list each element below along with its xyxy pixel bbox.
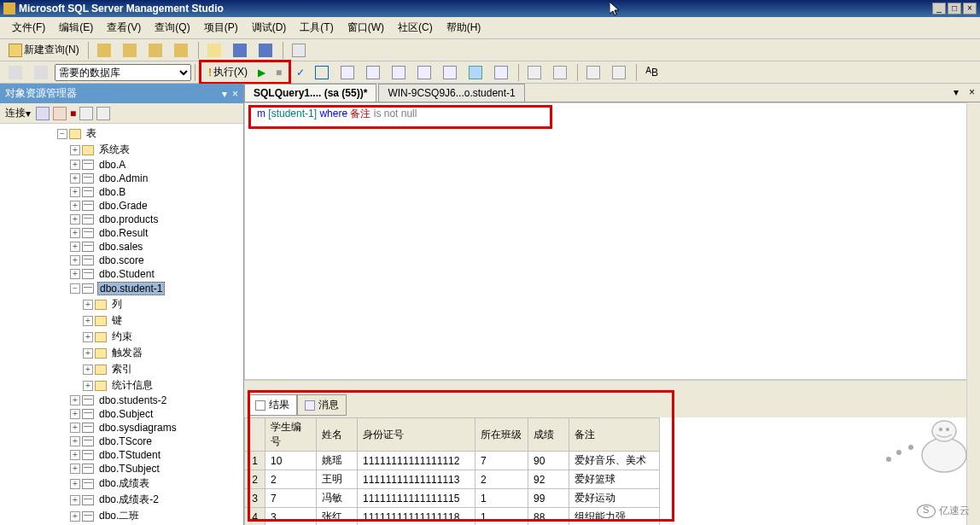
expand-icon[interactable]: + (70, 187, 80, 197)
tree-table[interactable]: +dbo.sales (2, 240, 242, 254)
menu-file[interactable]: 文件(F) (5, 19, 52, 37)
tbtn-q4[interactable] (388, 63, 411, 82)
expand-icon[interactable]: + (70, 479, 80, 489)
minimize-button[interactable]: _ (932, 3, 946, 15)
tab-inactive[interactable]: WIN-9CSQ9J6...o.student-1 (378, 84, 524, 102)
menu-help[interactable]: 帮助(H) (440, 19, 488, 37)
expand-icon[interactable]: + (70, 436, 80, 446)
cell[interactable]: 爱好运动 (569, 489, 660, 508)
object-tree[interactable]: −表 +系统表 +dbo.A +dbo.Admin +dbo.B +dbo.Gr… (0, 124, 243, 525)
expand-icon[interactable]: + (70, 160, 80, 170)
cell[interactable]: 1 (475, 508, 528, 526)
execute-button[interactable]: ! 执行(X) (204, 62, 252, 82)
disconnect-icon[interactable] (53, 107, 67, 120)
close-button[interactable]: × (963, 3, 977, 15)
cell[interactable]: 姚瑶 (317, 452, 358, 470)
cell[interactable]: 99 (528, 489, 569, 508)
expand-icon[interactable]: + (70, 145, 80, 155)
expand-icon[interactable]: + (70, 228, 80, 238)
expand-icon[interactable]: + (70, 450, 80, 460)
cell[interactable]: 1 (475, 489, 528, 508)
tree-tables-folder[interactable]: −表 (2, 125, 242, 142)
expand-icon[interactable]: + (70, 255, 80, 265)
messages-tab[interactable]: 消息 (297, 394, 347, 416)
tree-system-tables[interactable]: +系统表 (2, 142, 242, 158)
expand-icon[interactable]: + (70, 511, 80, 522)
restore-button[interactable]: □ (948, 3, 961, 15)
cell[interactable]: 11111111111111112 (358, 452, 475, 470)
cell[interactable]: 7 (475, 452, 528, 470)
cell[interactable]: 2 (265, 470, 317, 489)
tree-constraints-folder[interactable]: +约束 (2, 329, 242, 345)
expand-icon[interactable]: + (70, 201, 80, 211)
tree-table[interactable]: +dbo.Grade (2, 199, 242, 213)
col-header[interactable]: 所在班级 (475, 418, 528, 452)
cell[interactable]: 88 (528, 508, 569, 526)
expand-icon[interactable]: + (83, 300, 93, 310)
tbtn-q5[interactable] (413, 63, 437, 82)
expand-icon[interactable]: + (70, 395, 80, 405)
row-number[interactable]: 4 (245, 508, 265, 526)
tree-table[interactable]: +dbo.Admin (2, 172, 242, 185)
tree-table[interactable]: +dbo.products (2, 213, 242, 226)
cell[interactable]: 张红 (317, 508, 358, 526)
connect-icon[interactable] (36, 107, 50, 120)
corner-cell[interactable] (245, 418, 265, 452)
new-query-button[interactable]: 新建查询(N) (4, 40, 84, 60)
tree-keys-folder[interactable]: +键 (2, 312, 242, 329)
comment-button[interactable] (523, 63, 547, 82)
cell[interactable]: 92 (528, 470, 569, 489)
tree-table[interactable]: +dbo.A (2, 158, 242, 172)
cell[interactable]: 10 (265, 452, 317, 470)
tbtn-3[interactable] (144, 41, 168, 60)
tree-table[interactable]: +dbo.Subject (2, 407, 242, 421)
tree-table[interactable]: +dbo.score (2, 254, 242, 267)
col-header[interactable]: 成绩 (528, 418, 569, 452)
filter-icon[interactable] (79, 107, 93, 120)
cell[interactable]: 90 (528, 452, 569, 470)
tree-table[interactable]: +dbo.Result (2, 226, 242, 240)
open-button[interactable] (203, 41, 227, 60)
tree-triggers-folder[interactable]: +触发器 (2, 345, 242, 361)
tab-dropdown-button[interactable]: ▾ (948, 84, 964, 102)
menu-project[interactable]: 项目(P) (197, 19, 245, 37)
cell[interactable]: 爱好篮球 (569, 470, 660, 489)
expand-icon[interactable]: + (70, 173, 80, 184)
debug-button[interactable]: ▶ (254, 64, 270, 81)
menu-query[interactable]: 查询(Q) (148, 19, 196, 37)
tbtn-2[interactable] (119, 41, 143, 60)
tree-indexes-folder[interactable]: +索引 (2, 361, 242, 377)
tbtn-conn2[interactable] (30, 63, 54, 82)
results-tab[interactable]: 结果 (248, 394, 297, 416)
tbtn-q2[interactable] (336, 63, 360, 82)
collapse-icon[interactable]: − (57, 129, 67, 139)
expand-icon[interactable]: + (70, 464, 80, 474)
tree-table[interactable]: +dbo.TSubject (2, 462, 242, 475)
menu-edit[interactable]: 编辑(E) (52, 19, 100, 37)
tree-table[interactable]: +dbo.sysdiagrams (2, 421, 242, 435)
cell[interactable]: 3 (265, 508, 317, 526)
refresh-icon[interactable] (96, 107, 110, 120)
tbtn-conn1[interactable] (4, 63, 28, 82)
data-row[interactable]: 37冯敏11111111111111115199爱好运动 (245, 489, 660, 508)
tab-close-button[interactable]: × (964, 84, 980, 102)
col-header[interactable]: 身份证号 (358, 418, 475, 452)
expand-icon[interactable]: + (83, 332, 93, 342)
collapse-icon[interactable]: − (70, 283, 80, 294)
sql-editor[interactable]: m [student-1] where 备注 is not null (244, 102, 980, 380)
dropdown-icon[interactable]: ▾ (222, 88, 227, 100)
tab-active[interactable]: SQLQuery1.... (sa (55))* (244, 84, 376, 102)
dropdown-icon[interactable]: ▾ (26, 108, 31, 120)
tree-table[interactable]: +dbo.B (2, 185, 242, 199)
tree-table[interactable]: +dbo.TScore (2, 435, 242, 448)
expand-icon[interactable]: + (83, 316, 93, 326)
tree-columns-folder[interactable]: +列 (2, 296, 242, 312)
expand-icon[interactable]: + (83, 365, 93, 375)
activity-button[interactable] (288, 41, 312, 60)
cell[interactable]: 冯敏 (317, 489, 358, 508)
col-header[interactable]: 学生编号 (265, 418, 317, 452)
editor-h-scrollbar[interactable] (244, 380, 980, 393)
tree-table[interactable]: +dbo.成绩表 (2, 475, 242, 492)
expand-icon[interactable]: + (70, 242, 80, 252)
tree-table[interactable]: +dbo.二班 (2, 508, 242, 524)
